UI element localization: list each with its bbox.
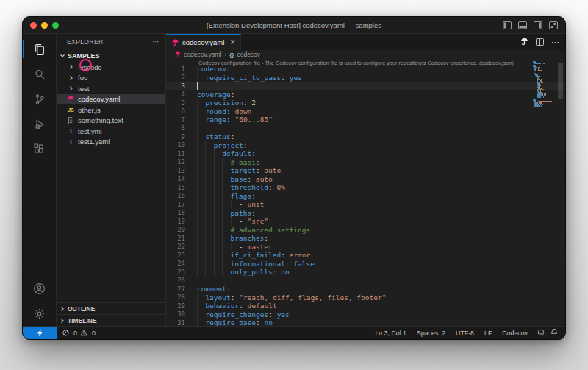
tree-item-other.js[interactable]: JSother.js (57, 104, 165, 115)
tree-item-codecov.yaml[interactable]: codecov.yaml (57, 94, 165, 105)
split-editor-icon[interactable] (536, 35, 544, 49)
code-line-17[interactable]: 17- unit (166, 200, 565, 209)
source-control-icon[interactable] (23, 87, 57, 112)
codecov-file-icon (68, 96, 74, 103)
section-outline[interactable]: OUTLINE (57, 302, 165, 314)
code-line-31[interactable]: 31require_base: no (166, 319, 565, 326)
status-item[interactable]: UTF-8 (451, 330, 479, 337)
text-cursor (197, 82, 198, 90)
code-line-5[interactable]: 5precision: 2 (166, 99, 565, 107)
status-item[interactable]: Codecov (497, 330, 533, 337)
code-text: branches: (197, 234, 268, 243)
code-line-14[interactable]: 14base: auto (166, 175, 565, 184)
accounts-icon[interactable] (23, 276, 57, 301)
code-line-11[interactable]: 11default: (166, 149, 565, 158)
code-line-25[interactable]: 25only_pulls: no (166, 268, 565, 277)
breadcrumb-file[interactable]: codecov.yaml (184, 51, 221, 58)
code-line-7[interactable]: 7range: "60...85" (166, 115, 565, 124)
code-text: # advanced settings (197, 226, 310, 235)
code-line-29[interactable]: 29behavior: default (166, 302, 565, 310)
code-line-27[interactable]: 27comment: (166, 285, 565, 293)
notifications-bell-icon[interactable] (551, 328, 558, 338)
toggle-primary-sidebar-icon[interactable] (503, 21, 512, 29)
tree-item-test1.yaml[interactable]: !test1.yaml (57, 137, 165, 148)
javascript-file-icon: JS (68, 107, 74, 113)
tree-item-test[interactable]: test (57, 83, 165, 94)
code-line-8[interactable]: 8 (166, 124, 565, 133)
code-area[interactable]: Codecov configuration file - The Codecov… (166, 59, 565, 326)
status-item[interactable]: Spaces: 2 (412, 330, 451, 337)
toggle-panel-icon[interactable] (518, 21, 527, 29)
code-text: project: (197, 141, 248, 150)
code-line-21[interactable]: 21branches: (166, 234, 565, 243)
code-line-24[interactable]: 24informational: false (166, 260, 565, 268)
breadcrumb-symbol[interactable]: codecov (237, 51, 260, 58)
tab-codecov-yaml[interactable]: codecov.yaml × (166, 34, 241, 50)
tree-item-foo[interactable]: foo (57, 73, 165, 84)
minimap[interactable] (533, 61, 553, 107)
screenshot-page: [Extension Development Host] codecov.yam… (0, 0, 588, 370)
customize-layout-icon[interactable] (549, 21, 558, 29)
code-text: threshold: 0% (197, 183, 285, 192)
settings-gear-icon[interactable] (23, 301, 57, 326)
minimize-button[interactable] (41, 22, 48, 29)
scrollbar-thumb[interactable] (558, 63, 563, 99)
run-debug-icon[interactable] (23, 112, 57, 137)
line-number: 18 (166, 209, 185, 216)
window-title: [Extension Development Host] codecov.yam… (207, 21, 381, 29)
explorer-more-actions-icon[interactable]: ⋯ (152, 38, 159, 46)
explorer-sidebar: EXPLORER ⋯ SAMPLES .vscodefootestcodecov… (57, 34, 166, 326)
code-line-18[interactable]: 18paths: (166, 209, 565, 218)
extensions-icon[interactable] (23, 137, 57, 162)
code-line-10[interactable]: 10project: (166, 141, 565, 150)
chevron-right-icon (68, 85, 74, 91)
status-item[interactable]: Ln 3, Col 1 (370, 330, 412, 337)
activity-bar (23, 34, 57, 326)
errors-icon (62, 330, 69, 336)
code-line-28[interactable]: 28layout: "reach, diff, flags, files, fo… (166, 293, 565, 302)
toggle-secondary-sidebar-icon[interactable] (534, 21, 542, 29)
code-text: - unit (197, 200, 264, 209)
line-number: 20 (166, 226, 185, 233)
close-button[interactable] (30, 22, 37, 29)
code-line-16[interactable]: 16flags: (166, 192, 565, 201)
remote-indicator[interactable] (23, 327, 57, 339)
yaml-file-icon: ! (70, 138, 72, 146)
workspace-section-header[interactable]: SAMPLES (57, 50, 165, 62)
code-line-23[interactable]: 23if_ci_failed: error (166, 251, 565, 260)
tree-item-test.yml[interactable]: !test.yml (57, 126, 165, 137)
code-text: comment: (197, 285, 231, 293)
code-line-9[interactable]: 9status: (166, 132, 565, 141)
code-line-4[interactable]: 4coverage: (166, 90, 565, 99)
code-line-22[interactable]: 22- master (166, 243, 565, 252)
status-item[interactable]: LF (479, 330, 497, 337)
feedback-icon[interactable] (537, 329, 545, 338)
editor-more-actions-icon[interactable]: ⋯ (551, 38, 559, 47)
code-line-13[interactable]: 13target: auto (166, 166, 565, 175)
code-line-12[interactable]: 12# basic (166, 158, 565, 167)
code-line-26[interactable]: 26 (166, 277, 565, 285)
code-line-20[interactable]: 20# advanced settings (166, 226, 565, 235)
code-text: round: down (197, 107, 251, 116)
explorer-icon[interactable] (23, 37, 57, 62)
section-timeline[interactable]: TIMELINE (57, 314, 165, 326)
mouse-click-indicator (79, 59, 92, 71)
search-icon[interactable] (23, 62, 57, 87)
tab-close-icon[interactable]: × (230, 38, 234, 46)
code-line-2[interactable]: 2require_ci_to_pass: yes (166, 74, 565, 82)
tree-item-something.text[interactable]: something.text (57, 115, 165, 127)
code-line-6[interactable]: 6round: down (166, 107, 565, 116)
code-text: layout: "reach, diff, flags, files, foot… (197, 293, 386, 302)
code-line-30[interactable]: 30require_changes: yes (166, 310, 565, 319)
tab-bar: codecov.yaml × ⋯ (166, 34, 565, 50)
problems-status[interactable]: 0 0 (57, 330, 96, 337)
zoom-button[interactable] (52, 22, 59, 29)
codecov-action-icon[interactable] (520, 35, 528, 49)
title-bar[interactable]: [Extension Development Host] codecov.yam… (23, 17, 565, 34)
yaml-file-icon: ! (70, 127, 72, 135)
code-line-3[interactable]: 3 (166, 82, 565, 90)
tree-item-.vscode[interactable]: .vscode (57, 62, 165, 73)
code-line-19[interactable]: 19- "src" (166, 217, 565, 226)
line-number: 22 (166, 243, 185, 250)
code-line-15[interactable]: 15threshold: 0% (166, 183, 565, 192)
